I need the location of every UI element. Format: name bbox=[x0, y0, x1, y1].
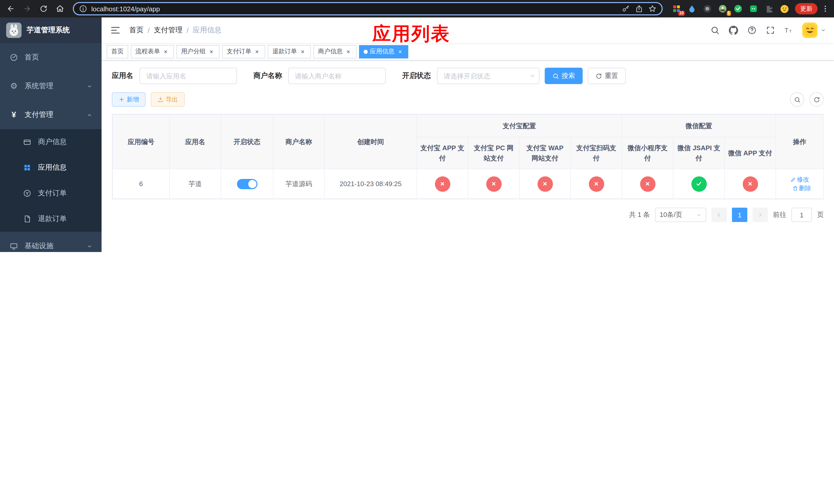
tab-close-icon[interactable]: × bbox=[396, 48, 404, 55]
sidebar-subitem-refund-order[interactable]: 退款订单 bbox=[0, 206, 102, 232]
url-text[interactable]: localhost:1024/pay/app bbox=[91, 5, 618, 13]
back-button[interactable] bbox=[4, 2, 18, 15]
search-icon bbox=[794, 96, 800, 103]
tab-merchant-info[interactable]: 商户信息× bbox=[313, 45, 356, 58]
address-bar[interactable]: localhost:1024/pay/app bbox=[73, 2, 663, 15]
bookmark-star-icon[interactable] bbox=[648, 5, 657, 13]
delete-link[interactable]: 删除 bbox=[792, 184, 811, 192]
drop-extension-icon[interactable] bbox=[686, 3, 698, 14]
tab-close-icon[interactable]: × bbox=[162, 48, 169, 55]
tab-payment-order[interactable]: 支付订单× bbox=[222, 45, 265, 58]
user-menu[interactable] bbox=[802, 23, 826, 38]
github-icon-button[interactable] bbox=[728, 25, 739, 36]
browser-update-button[interactable]: 更新 bbox=[795, 3, 818, 14]
cell-merchant: 芋道源码 bbox=[273, 169, 324, 199]
cell-wechat-mini bbox=[622, 169, 673, 199]
sidebar-item-system[interactable]: ⚙ 系统管理 bbox=[0, 72, 102, 100]
svg-text:T: T bbox=[785, 27, 789, 34]
sidebar-item-payment[interactable]: ¥ 支付管理 bbox=[0, 100, 102, 129]
extensions-grid-icon[interactable]: 10 bbox=[671, 3, 682, 14]
sidebar-item-infrastructure[interactable]: 基础设施 bbox=[0, 232, 102, 252]
cell-alipay-wap bbox=[519, 169, 571, 199]
sidebar-subitem-payment-order[interactable]: 支付订单 bbox=[0, 181, 102, 206]
fullscreen-icon-button[interactable] bbox=[765, 25, 775, 36]
sidebar-subitem-app-info[interactable]: 应用信息 bbox=[0, 155, 102, 181]
app-name-input[interactable] bbox=[139, 68, 237, 84]
breadcrumb-separator: / bbox=[187, 26, 189, 35]
export-button[interactable]: 导出 bbox=[151, 92, 185, 107]
sidebar-subitem-merchant-info[interactable]: 商户信息 bbox=[0, 129, 102, 155]
sidebar-item-label: 首页 bbox=[25, 53, 39, 62]
user-avatar[interactable] bbox=[802, 23, 818, 38]
tab-process-form[interactable]: 流程表单× bbox=[131, 45, 174, 58]
document-icon bbox=[23, 214, 32, 224]
profile-avatar-icon[interactable]: 1 bbox=[717, 3, 728, 14]
dark-circle-extension-icon[interactable] bbox=[702, 3, 713, 14]
app-logo-row[interactable]: 芋道管理系统 bbox=[0, 18, 102, 43]
reload-button[interactable] bbox=[37, 2, 50, 15]
emoji-extension-icon[interactable] bbox=[778, 3, 790, 14]
filter-form: 应用名 商户名称 开启状态 搜索 重置 bbox=[112, 68, 824, 84]
share-icon[interactable] bbox=[635, 5, 643, 13]
breadcrumb-item-home[interactable]: 首页 bbox=[129, 26, 144, 35]
app-table: 应用编号 应用名 开启状态 商户名称 创建时间 支付宝配置 微信配置 操作 支付… bbox=[112, 114, 824, 200]
tab-user-group[interactable]: 用户分组× bbox=[176, 45, 220, 58]
password-key-icon[interactable] bbox=[622, 5, 630, 13]
next-page-button[interactable] bbox=[752, 208, 768, 222]
page-1-button[interactable]: 1 bbox=[732, 208, 747, 222]
reload-icon bbox=[40, 5, 48, 13]
payment-submenu: 商户信息 应用信息 支付订单 退款订单 bbox=[0, 129, 102, 232]
tab-label: 应用信息 bbox=[370, 47, 394, 56]
col-wechat-jsapi: 微信 JSAPI 支付 bbox=[673, 137, 724, 169]
search-toggle-button[interactable] bbox=[790, 92, 804, 107]
tab-close-icon[interactable]: × bbox=[345, 48, 352, 55]
edit-link[interactable]: 修改 bbox=[790, 175, 809, 184]
search-icon bbox=[552, 72, 559, 79]
tab-close-icon[interactable]: × bbox=[208, 48, 215, 55]
sidebar-subitem-label: 退款订单 bbox=[38, 214, 67, 224]
pay-order-icon bbox=[23, 189, 32, 198]
font-size-icon-button[interactable]: TT bbox=[784, 25, 794, 36]
prev-page-button[interactable] bbox=[711, 208, 727, 222]
tab-app-info[interactable]: 应用信息× bbox=[359, 45, 408, 58]
cell-actions: 修改 删除 bbox=[776, 169, 824, 199]
status-select[interactable] bbox=[437, 68, 540, 84]
col-create-time: 创建时间 bbox=[324, 115, 417, 169]
tab-refund-order[interactable]: 退款订单× bbox=[268, 45, 311, 58]
help-icon-button[interactable] bbox=[747, 25, 757, 36]
header-actions: TT bbox=[710, 23, 826, 38]
hamburger-icon bbox=[110, 25, 121, 36]
app-title: 芋道管理系统 bbox=[27, 26, 70, 35]
info-icon[interactable] bbox=[79, 5, 87, 13]
status-toggle[interactable] bbox=[237, 179, 257, 189]
breadcrumb-item-payment[interactable]: 支付管理 bbox=[154, 26, 182, 35]
goto-page-input[interactable] bbox=[791, 208, 812, 222]
cross-status-icon bbox=[640, 176, 655, 191]
pagination: 共 1 条 10条/页 1 前往 页 bbox=[112, 208, 824, 222]
reset-button[interactable]: 重置 bbox=[588, 68, 626, 84]
goto-label: 前往 bbox=[773, 210, 786, 220]
tab-close-icon[interactable]: × bbox=[299, 48, 306, 55]
refresh-button[interactable] bbox=[809, 92, 824, 107]
search-icon-button[interactable] bbox=[710, 25, 720, 36]
browser-menu-button[interactable] bbox=[821, 3, 830, 14]
tab-home[interactable]: 首页 bbox=[107, 45, 128, 58]
add-button[interactable]: 新增 bbox=[112, 92, 146, 107]
collapse-sidebar-button[interactable] bbox=[110, 25, 121, 36]
sidebar-item-label: 基础设施 bbox=[25, 242, 53, 251]
green-circle-extension-icon[interactable] bbox=[732, 3, 744, 14]
search-button[interactable]: 搜索 bbox=[545, 68, 583, 84]
status-select-input[interactable] bbox=[437, 68, 540, 84]
sidebar-item-home[interactable]: 首页 bbox=[0, 43, 102, 72]
trash-icon bbox=[792, 185, 798, 191]
pencil-icon bbox=[790, 177, 796, 182]
home-button[interactable] bbox=[53, 2, 67, 15]
check-status-icon bbox=[691, 176, 706, 191]
page-size-select[interactable]: 10条/页 bbox=[655, 208, 706, 222]
tab-label: 流程表单 bbox=[135, 47, 160, 56]
chat-extension-icon[interactable] bbox=[748, 3, 759, 14]
merchant-name-input[interactable] bbox=[288, 68, 386, 84]
tab-close-icon[interactable]: × bbox=[254, 48, 261, 55]
forward-button[interactable] bbox=[21, 2, 34, 15]
puzzle-extension-icon[interactable] bbox=[763, 3, 774, 14]
